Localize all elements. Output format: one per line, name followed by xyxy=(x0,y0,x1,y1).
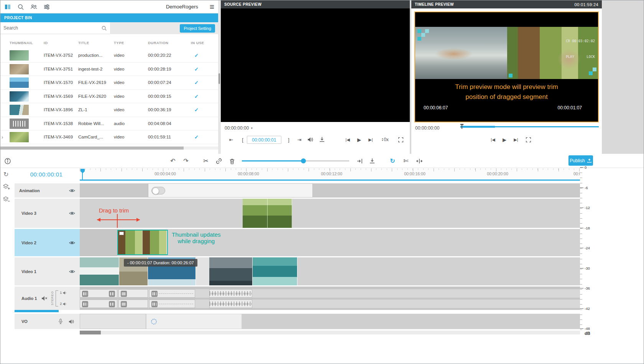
trim-duration-tooltip: - 00:00:01:07 Duration: 00:00:26:07 xyxy=(124,259,197,267)
add-track-button[interactable] xyxy=(3,183,10,190)
audio-waveform-clip[interactable] xyxy=(209,300,252,308)
track-header-animation[interactable]: Animation xyxy=(15,183,80,198)
track-header-video1[interactable]: Video 1 xyxy=(15,257,80,285)
sync-button[interactable]: ↻ xyxy=(3,171,8,178)
audio-clip[interactable] xyxy=(80,289,117,298)
mark-in-button[interactable]: [ xyxy=(238,135,248,144)
timeline-clip-video1[interactable] xyxy=(209,257,253,285)
channel-1-label: 1 xyxy=(60,291,62,295)
track-header-vo[interactable]: VO xyxy=(15,314,80,329)
audio-clip[interactable] xyxy=(118,300,148,308)
audio-clip[interactable] xyxy=(149,300,195,308)
audio-clip[interactable] xyxy=(149,289,195,298)
zoom-slider-handle[interactable] xyxy=(301,158,306,163)
play-button[interactable]: ▶ xyxy=(499,135,509,144)
vo-clip[interactable] xyxy=(80,314,146,329)
delete-button[interactable] xyxy=(227,156,237,166)
workflow-button[interactable] xyxy=(30,3,37,10)
speed-control[interactable]: ▴ ▾ 0x xyxy=(378,135,393,144)
overwrite-edit-button[interactable] xyxy=(367,156,377,166)
expand-chevron-icon[interactable]: › xyxy=(2,130,3,144)
remove-track-button[interactable] xyxy=(3,196,10,203)
visibility-eye-icon[interactable] xyxy=(69,211,75,215)
speaker-icon[interactable] xyxy=(63,291,67,295)
source-video-area[interactable] xyxy=(221,8,410,122)
unlink-button[interactable] xyxy=(214,156,224,166)
clip-badge xyxy=(119,232,124,235)
razor-button[interactable]: ✄ xyxy=(401,156,411,166)
search-input[interactable] xyxy=(3,25,101,31)
dragged-clip-video2[interactable] xyxy=(117,230,168,255)
source-current-timecode[interactable]: 00:00:00:01 xyxy=(247,136,281,144)
animation-toggle[interactable] xyxy=(151,187,165,194)
visibility-eye-icon[interactable] xyxy=(69,270,75,273)
timeline-clip-video1[interactable] xyxy=(80,257,119,285)
timeline-clip-video1[interactable] xyxy=(253,257,297,285)
splitter-handle[interactable] xyxy=(219,73,220,84)
bin-row[interactable]: › ITEM-VX-3469 CamCard_... video 00:01:5… xyxy=(0,130,218,144)
loop-button[interactable]: ↻ xyxy=(388,156,398,166)
insert-edit-button[interactable] xyxy=(355,156,365,166)
scrollbar-thumb[interactable] xyxy=(0,147,184,150)
visibility-eye-icon[interactable] xyxy=(69,241,75,245)
search-icon[interactable] xyxy=(101,25,107,31)
project-bin-hscrollbar[interactable] xyxy=(0,147,218,150)
mute-button[interactable] xyxy=(41,295,48,301)
timeline-current-timecode[interactable]: 00:00:00:01 xyxy=(16,171,77,178)
trim-mode-button[interactable] xyxy=(414,156,424,166)
undo-button[interactable]: ↶ xyxy=(168,156,178,166)
adjust-button[interactable] xyxy=(43,3,50,10)
search-button[interactable] xyxy=(17,3,24,10)
prev-frame-button[interactable]: |◀ xyxy=(343,135,353,144)
fullscreen-button[interactable] xyxy=(396,135,406,144)
bin-row[interactable]: ITEM-VX-1569 FILE-VX-2620 video 00:00:09… xyxy=(0,90,218,104)
timeline-ruler[interactable]: 00:00:04:00 00:00:08:00 00:00:12:00 00:0… xyxy=(80,168,580,181)
bin-row[interactable]: ITEM-VX-1570 FILE-VX-2619 video 00:00:07… xyxy=(0,76,218,90)
goto-out-button[interactable]: ⇥ xyxy=(294,135,304,144)
chevron-down-icon: ▾ xyxy=(251,126,253,130)
timeline-hscrollbar[interactable] xyxy=(80,331,580,334)
audio-monitor-button[interactable] xyxy=(306,135,315,144)
source-timecode-display[interactable]: 00:00:00:00 ▾ xyxy=(225,125,253,131)
goto-in-button[interactable]: ⇤ xyxy=(226,135,236,144)
next-frame-button[interactable]: ▶| xyxy=(366,135,376,144)
fullscreen-button[interactable] xyxy=(523,135,533,144)
timeline-clip-video3[interactable] xyxy=(243,199,293,228)
bin-row[interactable]: ITEM-VX-1538 Robbie Will... audio 00:04:… xyxy=(0,117,218,131)
bin-row[interactable]: ITEM-VX-1896 ZL-1 video 00:00:36:19 ✓ xyxy=(0,103,218,117)
preview-scrubber[interactable] xyxy=(460,125,599,128)
record-voiceover-button[interactable] xyxy=(58,318,63,325)
bin-row[interactable]: ITEM-VX-3751 ingest-test-2 video 00:00:2… xyxy=(0,63,218,76)
redo-button[interactable]: ↷ xyxy=(181,156,191,166)
project-setting-button[interactable]: Project Setting xyxy=(180,24,215,33)
send-to-timeline-button[interactable] xyxy=(317,135,327,144)
panel-splitter[interactable] xyxy=(218,0,221,154)
layout-panels-button[interactable] xyxy=(4,3,11,10)
publish-button[interactable]: Publish xyxy=(568,155,593,166)
animation-clip[interactable] xyxy=(148,183,313,198)
prev-frame-button[interactable]: |◀ xyxy=(488,135,498,144)
audio-clip[interactable] xyxy=(118,289,148,298)
mark-out-button[interactable]: ] xyxy=(284,135,294,144)
zoom-slider[interactable] xyxy=(242,160,349,161)
source-preview-title: SOURCE PREVIEW xyxy=(224,2,261,7)
cut-button[interactable]: ✂ xyxy=(201,156,211,166)
vo-clip-processing[interactable] xyxy=(146,314,242,329)
track-header-video2[interactable]: Video 2 xyxy=(15,229,80,256)
hamburger-menu-button[interactable]: ≡ xyxy=(210,3,214,11)
speaker-icon[interactable] xyxy=(63,302,67,306)
bin-row[interactable]: ITEM-VX-3752 production... video 00:00:2… xyxy=(0,49,218,63)
monitor-voiceover-button[interactable] xyxy=(69,319,74,324)
scrollbar-thumb[interactable] xyxy=(80,331,101,334)
play-button[interactable]: ▶ xyxy=(354,135,364,144)
audio-clip[interactable] xyxy=(80,300,117,308)
visibility-eye-icon[interactable] xyxy=(69,189,75,193)
info-button[interactable] xyxy=(3,156,13,166)
scrub-handle-stem[interactable] xyxy=(462,124,462,129)
next-frame-button[interactable]: ▶| xyxy=(511,135,521,144)
track-header-audio1[interactable]: Audio 1 STEREO 1 2 xyxy=(15,287,80,310)
audio-waveform-clip[interactable] xyxy=(209,289,252,298)
clip-duration: 00:01:59:11 xyxy=(148,130,171,144)
track-header-video3[interactable]: Video 3 xyxy=(15,199,80,228)
timeline-preview-video[interactable]: CR 00:03:02:02 PLAY LOCK Trim preview mo… xyxy=(414,12,599,122)
